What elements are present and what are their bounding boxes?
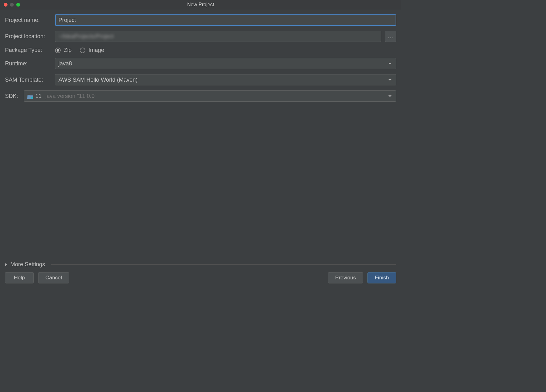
close-icon[interactable] (4, 3, 8, 7)
sdk-label: SDK: (5, 93, 24, 99)
project-name-input[interactable]: Project (55, 14, 396, 26)
runtime-value: java8 (58, 60, 72, 67)
package-type-label: Package Type: (5, 47, 55, 53)
cancel-button-label: Cancel (45, 275, 62, 281)
package-type-zip-radio[interactable]: Zip (55, 47, 72, 53)
project-location-label: Project location: (5, 33, 55, 40)
finish-button[interactable]: Finish (367, 272, 396, 283)
finish-button-label: Finish (375, 275, 389, 281)
divider (51, 264, 396, 265)
sdk-detail: java version "11.0.9" (45, 93, 97, 99)
window-title: New Project (0, 2, 401, 8)
package-type-image-label: Image (88, 47, 104, 53)
chevron-down-icon (388, 63, 392, 64)
disclosure-triangle-icon (5, 263, 7, 266)
folder-icon (27, 94, 33, 98)
radio-selected-icon (55, 48, 61, 53)
help-button-label: Help (14, 275, 25, 281)
project-location-value: ~/IdeaProjects/Project (58, 33, 114, 40)
sam-template-value: AWS SAM Hello World (Maven) (58, 77, 138, 83)
sam-template-select[interactable]: AWS SAM Hello World (Maven) (55, 74, 396, 85)
project-name-value: Project (58, 17, 76, 23)
svg-point-0 (31, 97, 33, 99)
more-settings-label: More Settings (10, 261, 45, 268)
help-button[interactable]: Help (5, 272, 34, 283)
previous-button[interactable]: Previous (328, 272, 363, 283)
minimize-icon[interactable] (10, 3, 14, 7)
radio-unselected-icon (80, 48, 85, 53)
new-project-dialog: New Project Project name: Project Projec… (0, 0, 401, 289)
project-location-input[interactable]: ~/IdeaProjects/Project (55, 31, 381, 42)
chevron-down-icon (388, 79, 392, 81)
window-controls (0, 3, 20, 7)
previous-button-label: Previous (335, 275, 356, 281)
package-type-image-radio[interactable]: Image (80, 47, 104, 53)
dialog-footer: Help Cancel Previous Finish (0, 272, 401, 289)
sam-template-label: SAM Template: (5, 77, 55, 83)
ellipsis-icon: ... (388, 33, 393, 40)
maximize-icon[interactable] (16, 3, 20, 7)
runtime-label: Runtime: (5, 60, 55, 67)
titlebar: New Project (0, 0, 401, 9)
runtime-select[interactable]: java8 (55, 58, 396, 69)
package-type-group: Zip Image (55, 47, 104, 53)
browse-location-button[interactable]: ... (385, 31, 396, 42)
more-settings-toggle[interactable]: More Settings (5, 261, 396, 268)
sdk-select[interactable]: 11 java version "11.0.9" (24, 90, 396, 102)
sdk-version: 11 (35, 93, 42, 99)
chevron-down-icon (388, 95, 392, 97)
dialog-content: Project name: Project Project location: … (0, 9, 401, 272)
package-type-zip-label: Zip (64, 47, 72, 53)
project-name-label: Project name: (5, 17, 55, 23)
cancel-button[interactable]: Cancel (38, 272, 69, 283)
